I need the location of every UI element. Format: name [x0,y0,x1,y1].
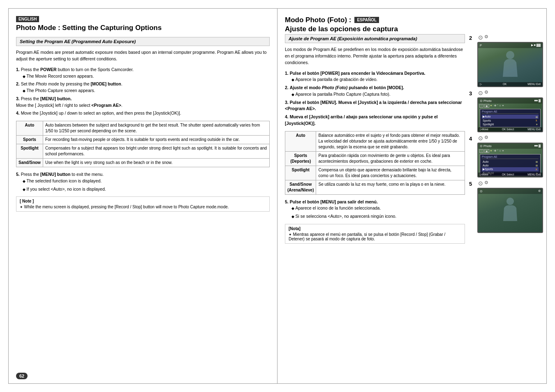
camera-screen-2: P ▶ ■ ▓▓ [477,42,543,87]
screenshot-5: 5 ⊙ ⚙ ⊙ ⚙ [469,180,539,233]
left-header-content: ENGLISH Photo Mode : Setting the Capturi… [16,16,162,36]
settings-icon-5: ⚙ [484,180,488,187]
right-title-block: Modo Photo (Foto) : ESPAÑOL Ajuste de la… [285,16,398,33]
step-indicator-2: 2 [469,35,475,41]
right-step-2: 2. Ajuste el modo Photo (Foto) pulsando … [285,85,465,98]
table-row: Spotlight Compensa un objeto que aparece… [285,166,465,180]
svg-point-1 [506,198,514,205]
espanol-badge: ESPAÑOL [354,17,379,23]
option-desc-spotlight: Compensates for a subject that appears t… [43,144,269,159]
right-text-area: Ajuste de Program AE (Exposición automát… [285,34,465,244]
cam-mode: P [480,44,482,47]
right-option-label-sports: Sports (Deportes) [285,151,316,166]
option-desc-sports: For recording fast-moving people or obje… [43,136,269,144]
right-step-1: 1. Pulse el botón [POWER] para encender … [285,70,465,83]
left-column: ENGLISH Photo Mode : Setting the Capturi… [9,9,278,383]
menu-item-spotlight: Spotlight ☀ [482,122,539,126]
right-note-title: [Nota] [289,226,461,231]
cam-bottom-left: ▷ [480,83,482,86]
settings-icon-4: ⚙ [484,135,488,141]
camera-icon-4: ⊙ [478,135,483,141]
cam-icon1: ▶ [531,44,533,47]
cam-mode-4: ⊙ Photo [480,144,492,148]
screenshot-4: 4 ⊙ ⚙ ⊙ Photo [469,135,539,178]
right-option-desc-auto: Balance automático entre el sujeto y el … [316,131,465,151]
step-1: 1. Press the POWER button to turn on the… [16,67,270,80]
left-section-header: Setting the Program AE (Programmed Auto … [16,37,270,46]
cam-content-4: ⊙ Photo ■■ ▓ □ ▣ [478,143,542,177]
cam-content-3: ⊙ Photo ■■ ▓ □ ▣ [478,98,542,131]
left-steps: 1. Press the POWER button to turn on the… [16,67,270,117]
menu-item-auto-4: Auto ⊞ [482,160,539,164]
menu-item-sports-4: ▶Sports 🏃 [482,167,539,171]
left-header: ENGLISH Photo Mode : Setting the Capturi… [16,16,270,36]
right-intro: Los modos de Program AE se predefinen en… [285,46,465,66]
right-body: Ajuste de Program AE (Exposición automát… [285,34,539,244]
camera-icon-3: ⊙ [478,90,483,96]
right-option-label-sand-snow: Sand/Snow (Arena/Nieve) [285,180,316,194]
left-note-title: [ Note ] [20,199,266,203]
right-option-label-spotlight: Spotlight [285,166,316,180]
menu-title-3: Program AE [482,110,539,114]
step-2: 2. Set the Photo mode by pressing the [M… [16,81,270,94]
english-badge: ENGLISH [16,16,39,22]
photo-preview [478,48,542,81]
screenshot-2: 2 ⊙ ⚙ P [469,34,539,87]
camera-screen-5: ⊙ ⚙ [477,188,543,233]
screenshot-3: 3 ⊙ ⚙ ⊙ Photo [469,90,539,132]
right-option-desc-sand-snow: Se utiliza cuando la luz es muy fuerte, … [316,180,465,194]
option-desc-auto: Auto balances between the subject and ba… [43,121,269,136]
step-4: 4. Move the [Joystick] up / down to sele… [16,110,270,117]
table-row: Auto Auto balances between the subject a… [16,121,270,136]
right-option-label-auto: Auto [285,131,316,151]
right-page-title-part2: Ajuste de las opciones de captura [285,25,398,33]
cam-content-5: ⊙ ⚙ [478,189,542,232]
option-label-sand-snow: Sand/Snow [16,159,43,167]
menu-item-auto: ▶Auto ⊞ [482,115,539,119]
camera-icon-top: ⊙ [478,34,483,41]
right-header: Modo Photo (Foto) : ESPAÑOL Ajuste de la… [285,16,539,33]
step-3: 3. Press the [MENU] button. Move the [ J… [16,96,270,109]
table-row: Sand/Snow (Arena/Nieve) Se utiliza cuand… [285,180,465,194]
menu-item-auto-label: Auto ⊞ [482,164,539,167]
camera-screen-3: ⊙ Photo ■■ ▓ □ ▣ [477,97,543,132]
option-label-auto: Auto [16,121,43,136]
step-5: 5. Press the [MENU] button to exit the m… [16,171,270,192]
cam-mode-3: ⊙ Photo [480,99,492,103]
camera-icon-5: ⊙ [478,180,483,187]
right-step-5: 5. Pulse el botón [MENU] para salir del … [285,199,465,220]
option-label-spotlight: Spotlight [16,144,43,159]
right-page-title-part1: Modo Photo (Foto) : [285,16,351,24]
cam-icon2: ■ [534,44,536,47]
right-steps-continued: 5. Pulse el botón [MENU] para salir del … [285,199,465,220]
cam-bottom-right: MENU Exit [527,83,541,86]
table-row: Auto Balance automático entre el sujeto … [285,131,465,151]
right-note-item: Mientras aparece el menú en pantalla, si… [289,232,461,241]
table-row: Sports (Deportes) Para grabación rápida … [285,151,465,166]
right-option-desc-spotlight: Compensa un objeto que aparece demasiado… [316,166,465,180]
left-note-item: While the menu screen is displayed, pres… [20,205,266,209]
table-row: Sand/Snow Use when the light is very str… [16,159,270,167]
screenshots-area: 2 ⊙ ⚙ P [469,34,539,244]
right-section-header: Ajuste de Program AE (Exposición automát… [285,34,465,43]
left-note: [ Note ] While the menu screen is displa… [16,196,270,212]
right-options-table: Auto Balance automático entre el sujeto … [285,131,465,195]
page-number: 62 [16,373,28,379]
right-steps: 1. Pulse el botón [POWER] para encender … [285,70,465,127]
cam-bottom-mid: OK [503,83,506,86]
left-steps-continued: 5. Press the [MENU] button to exit the m… [16,171,270,192]
right-note: [Nota] Mientras aparece el menú en panta… [285,224,465,244]
camera-screen-4: ⊙ Photo ■■ ▓ □ ▣ [477,143,543,178]
settings-icon-3: ⚙ [484,90,488,96]
step-indicator-3: 3 [469,90,475,97]
left-intro: Program AE modes are preset automatic ex… [16,49,270,62]
settings-icon-top: ⚙ [484,34,488,41]
main-content: ENGLISH Photo Mode : Setting the Capturi… [8,8,547,384]
table-row: Sports For recording fast-moving people … [16,136,270,144]
right-column: Modo Photo (Foto) : ESPAÑOL Ajuste de la… [278,9,546,383]
option-desc-sand-snow: Use when the light is very strong such a… [43,159,269,167]
svg-point-0 [506,51,514,59]
cam-content-2: P ▶ ■ ▓▓ [478,43,542,86]
step-indicator-4: 4 [469,136,475,142]
right-step-3: 3. Pulse el botón [MENU]. Mueva el [Joys… [285,99,465,113]
